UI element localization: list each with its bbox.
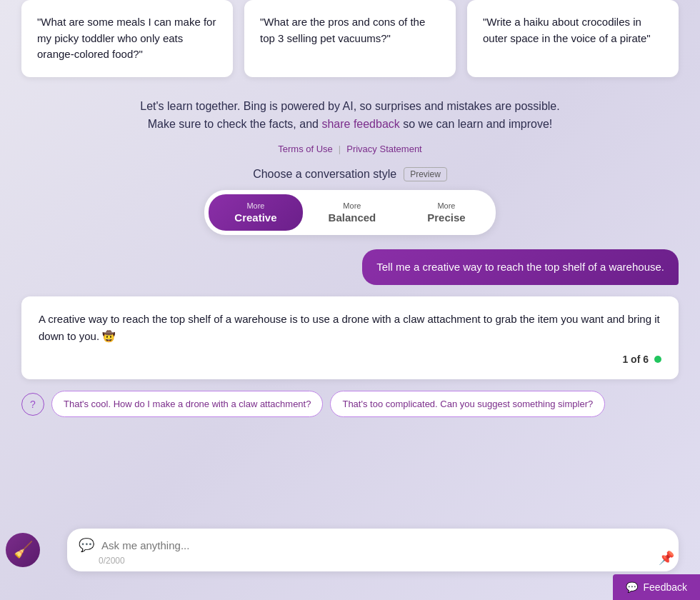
feedback-label: Feedback [644,581,687,593]
input-box-container: 💬 0/2000 [67,529,679,571]
feedback-icon: 💬 [626,581,638,593]
precise-main-label: Precise [427,211,465,224]
creative-button[interactable]: More Creative [209,194,302,231]
balanced-button[interactable]: More Balanced [303,194,402,231]
user-bubble: Tell me a creative way to reach the top … [362,249,679,286]
chat-bubble-icon: 💬 [79,537,94,553]
creative-main-label: Creative [234,211,276,224]
conversation-style-section: Choose a conversation style Preview More… [0,167,700,235]
suggestion-2[interactable]: That's too complicated. Can you suggest … [330,391,605,417]
assistant-text: A creative way to reach the top shelf of… [39,311,661,345]
user-message: Tell me a creative way to reach the top … [21,249,679,286]
feedback-button[interactable]: 💬 Feedback [613,574,700,600]
chat-area: Tell me a creative way to reach the top … [0,249,700,380]
preview-badge: Preview [404,167,447,181]
balanced-more-label: More [343,201,361,210]
message-counter: 1 of 6 [39,354,661,365]
suggestion-1[interactable]: That's cool. How do I make a drone with … [51,391,323,417]
info-line2-pre: Make sure to check the facts, and [148,118,322,130]
pin-icon[interactable]: 📌 [659,550,674,566]
card-3-text: "Write a haiku about crocodiles in outer… [483,16,651,44]
precise-button[interactable]: More Precise [401,194,491,231]
char-count: 0/2000 [79,556,667,566]
style-buttons: More Creative More Balanced More Precise [204,190,495,235]
assistant-message: A creative way to reach the top shelf of… [21,296,679,379]
info-line2-post: so we can learn and improve! [400,118,552,130]
precise-more-label: More [437,201,455,210]
style-label: Choose a conversation style Preview [0,167,700,181]
suggestions-row: ? That's cool. How do I make a drone wit… [0,391,700,417]
style-label-text: Choose a conversation style [253,168,396,181]
legal-links: Terms of Use | Privacy Statement [43,144,657,154]
balanced-main-label: Balanced [329,211,376,224]
info-section: Let's learn together. Bing is powered by… [0,97,700,154]
share-feedback-link[interactable]: share feedback [321,118,399,130]
card-1-text: "What are some meals I can make for my p… [37,16,216,60]
input-area: 💬 0/2000 [21,529,679,571]
info-text: Let's learn together. Bing is powered by… [43,97,657,134]
counter-text: 1 of 6 [622,354,649,365]
info-line1: Let's learn together. Bing is powered by… [140,100,559,112]
top-cards: "What are some meals I can make for my p… [0,0,700,77]
green-dot [654,356,661,363]
input-row: 💬 [79,537,667,553]
chat-input[interactable] [101,539,667,551]
card-3: "Write a haiku about crocodiles in outer… [467,0,679,77]
question-icon: ? [21,393,44,416]
card-2-text: "What are the pros and cons of the top 3… [260,16,425,44]
privacy-statement-link[interactable]: Privacy Statement [346,144,422,154]
card-1: "What are some meals I can make for my p… [21,0,233,77]
creative-more-label: More [246,201,264,210]
terms-of-use-link[interactable]: Terms of Use [278,144,333,154]
legal-divider: | [339,144,341,154]
card-2: "What are the pros and cons of the top 3… [244,0,456,77]
